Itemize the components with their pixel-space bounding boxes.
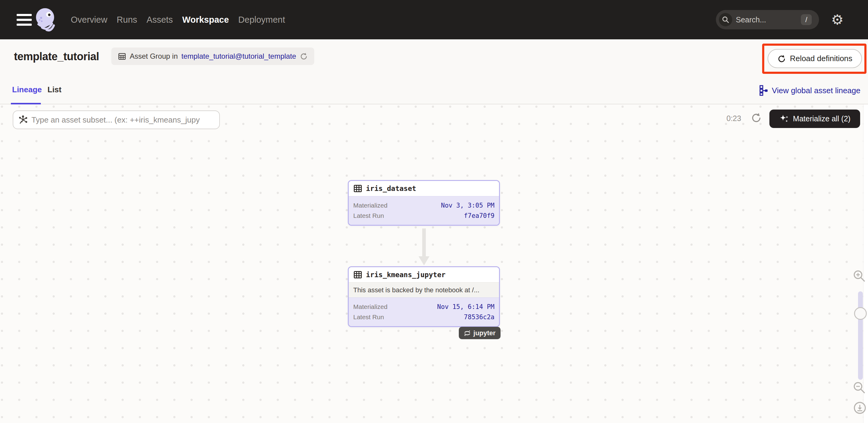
asset-group-icon xyxy=(118,52,126,61)
asset-node-status: Materialized Nov 15, 6:14 PM Latest Run … xyxy=(349,297,499,326)
materialize-all-label: Materialize all (2) xyxy=(793,114,850,123)
download-image-icon[interactable] xyxy=(852,400,867,417)
table-asset-icon xyxy=(353,270,362,279)
asset-group-label: Asset Group in xyxy=(130,52,178,61)
asset-subset-filter[interactable] xyxy=(13,111,220,129)
refresh-countdown: 0:23 xyxy=(726,114,741,123)
materialized-label: Materialized xyxy=(353,202,388,209)
reload-definitions-label: Reload definitions xyxy=(790,54,852,63)
materialized-timestamp[interactable]: Nov 15, 6:14 PM xyxy=(437,303,495,310)
asset-node-iris-dataset[interactable]: iris_dataset Materialized Nov 3, 3:05 PM… xyxy=(348,180,500,226)
table-asset-icon xyxy=(353,184,362,193)
latest-run-id[interactable]: 78536c2a xyxy=(464,313,495,321)
view-tabs: Lineage List View global asset lineage xyxy=(0,77,868,104)
hamburger-menu-icon[interactable] xyxy=(17,14,32,26)
asset-name: iris_dataset xyxy=(366,185,416,192)
search-icon xyxy=(719,13,732,26)
tab-list[interactable]: List xyxy=(48,85,61,94)
lineage-canvas[interactable]: 0:23 Materialize all (2) xyxy=(0,104,868,423)
materialize-all-button[interactable]: Materialize all (2) xyxy=(769,110,860,128)
asset-subset-input[interactable] xyxy=(31,111,219,129)
asset-node-iris-kmeans-jupyter[interactable]: iris_kmeans_jupyter This asset is backed… xyxy=(348,266,500,327)
latest-run-row: Latest Run f7ea70f9 xyxy=(353,211,495,221)
asset-node-header: iris_kmeans_jupyter xyxy=(349,267,499,282)
reload-definitions-button[interactable]: Reload definitions xyxy=(768,49,862,68)
zoom-out-icon[interactable] xyxy=(852,381,866,396)
reload-workspace-icon[interactable] xyxy=(300,52,308,60)
top-nav-bar: Overview Runs Assets Workspace Deploymen… xyxy=(0,0,868,39)
dagster-app: Overview Runs Assets Workspace Deploymen… xyxy=(0,0,868,423)
global-search[interactable]: / xyxy=(716,10,819,29)
nav-item-workspace[interactable]: Workspace xyxy=(182,15,229,25)
asset-name: iris_kmeans_jupyter xyxy=(366,271,445,279)
asset-node-header: iris_dataset xyxy=(349,181,499,196)
materialized-row: Materialized Nov 15, 6:14 PM xyxy=(353,302,495,312)
nav-item-deployment[interactable]: Deployment xyxy=(238,15,285,25)
asset-group-link[interactable]: template_tutorial@tutorial_template xyxy=(182,52,296,61)
page-title: template_tutorial xyxy=(14,50,99,63)
asset-node-status: Materialized Nov 3, 3:05 PM Latest Run f… xyxy=(349,196,499,225)
latest-run-id[interactable]: f7ea70f9 xyxy=(464,212,495,219)
kind-tag-jupyter[interactable]: jupyter xyxy=(459,327,500,339)
nav-item-runs[interactable]: Runs xyxy=(117,15,137,25)
sparkles-icon xyxy=(779,114,789,124)
lineage-edge-arrow xyxy=(418,229,430,267)
graph-filter-icon xyxy=(18,115,28,125)
jupyter-icon xyxy=(464,330,471,337)
latest-run-label: Latest Run xyxy=(353,313,384,321)
lineage-graph-icon xyxy=(759,85,768,96)
zoom-in-icon[interactable] xyxy=(852,269,866,284)
latest-run-label: Latest Run xyxy=(353,212,384,219)
reload-icon xyxy=(777,55,786,63)
materialized-label: Materialized xyxy=(353,303,388,310)
canvas-scroll-gutter xyxy=(863,104,868,423)
dagster-logo[interactable] xyxy=(33,7,59,32)
search-input[interactable] xyxy=(736,10,798,29)
nav-item-assets[interactable]: Assets xyxy=(147,15,173,25)
search-shortcut-key: / xyxy=(801,14,812,25)
settings-gear-icon[interactable]: ⚙ xyxy=(831,10,843,30)
page-header: template_tutorial Asset Group in templat… xyxy=(0,39,868,77)
refresh-icon[interactable] xyxy=(751,112,762,123)
tab-lineage[interactable]: Lineage xyxy=(12,85,42,94)
asset-group-breadcrumb: Asset Group in template_tutorial@tutoria… xyxy=(111,48,314,65)
kind-tag-label: jupyter xyxy=(473,329,495,337)
zoom-slider-handle[interactable] xyxy=(854,307,867,320)
view-global-asset-lineage-label: View global asset lineage xyxy=(772,86,861,95)
materialized-timestamp[interactable]: Nov 3, 3:05 PM xyxy=(441,202,495,209)
materialized-row: Materialized Nov 3, 3:05 PM xyxy=(353,200,495,211)
asset-description: This asset is backed by the notebook at … xyxy=(349,282,499,297)
view-global-asset-lineage-link[interactable]: View global asset lineage xyxy=(759,85,861,96)
primary-nav: Overview Runs Assets Workspace Deploymen… xyxy=(71,0,285,39)
zoom-slider-track[interactable] xyxy=(858,291,863,380)
nav-item-overview[interactable]: Overview xyxy=(71,15,107,25)
latest-run-row: Latest Run 78536c2a xyxy=(353,312,495,322)
